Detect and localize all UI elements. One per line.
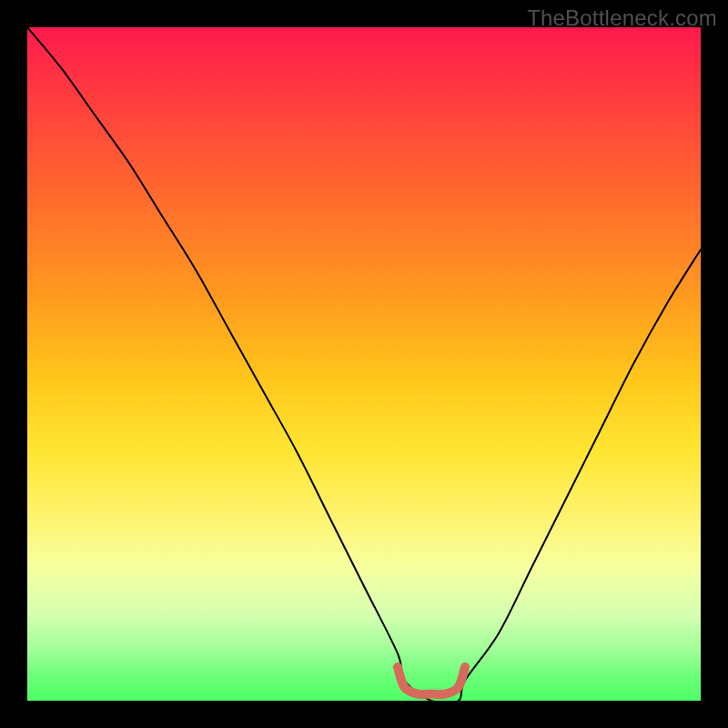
curve-layer — [27, 27, 701, 701]
bottleneck-curve-path — [27, 27, 701, 701]
optimal-zone-path — [398, 667, 465, 694]
chart-frame: TheBottleneck.com — [0, 0, 728, 728]
plot-area — [27, 27, 701, 701]
watermark-text: TheBottleneck.com — [527, 5, 717, 31]
